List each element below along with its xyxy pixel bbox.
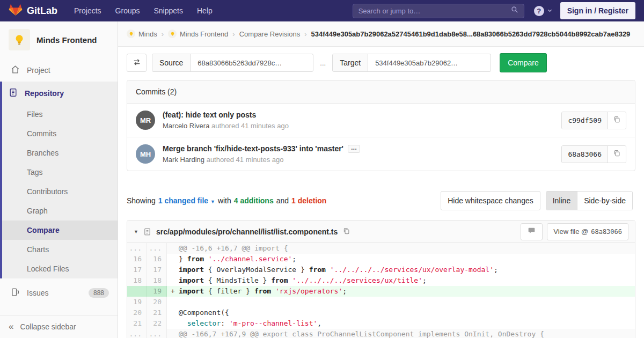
commit-sha-link[interactable]: 68a83066 [562,146,608,163]
copy-file-path-button[interactable] [342,227,350,237]
collapse-sidebar-button[interactable]: « Collapse sidebar [0,315,118,338]
inline-view-button[interactable]: Inline [546,192,577,210]
diff-file-path[interactable]: src/app/modules/pro/channel/list/list.co… [156,227,338,236]
code-token: , [317,319,321,327]
diff-line-code: +import { filter } from 'rxjs/operators'… [167,286,635,297]
diff-line-ctx: 2021@Component({ [127,307,635,318]
collapse-diff-icon[interactable]: ▼ [134,229,138,234]
code-token: '../channel.service' [208,255,292,263]
sidebar-item-issues[interactable]: Issues 888 [0,282,118,304]
gitlab-logo[interactable]: GitLab [9,3,57,18]
diff-line-code: @Component({ [167,307,635,318]
diff-line-hunk: ......@@ -166,7 +167,9 @@ export class P… [127,329,635,338]
old-line-number[interactable]: 20 [127,307,147,318]
sidebar-item-files[interactable]: Files [2,105,118,124]
diff-line-ctx: 1616} from '../channel.service'; [127,254,635,264]
lightbulb-icon [12,33,26,47]
sidebar-item-locked-files[interactable]: Locked Files [2,259,118,278]
breadcrumb-items: Minds›Minds Frontend›Compare Revisions› [127,30,306,38]
toggle-comments-button[interactable] [521,223,543,240]
commits-panel-title: Commits (2) [127,80,635,104]
help-menu[interactable]: ? [534,6,553,16]
commit-row: MR(feat): hide text only postsMarcelo Ri… [127,104,635,137]
code-token: '../../../../services/ux/overlay-modal' [330,266,494,274]
new-line-number[interactable]: 22 [147,318,167,329]
sidebar-item-charts[interactable]: Charts [2,240,118,259]
compare-page-content: Source 68a83066b5263dd7928c… ... Target … [118,47,644,338]
new-line-number[interactable]: ... [147,329,167,338]
nav-link-groups[interactable]: Groups [108,1,147,20]
old-line-number[interactable]: 16 [127,254,147,264]
code-token: @@ -16,6 +16,7 @@ import { [179,244,288,252]
chevron-down-icon: ▼ [210,199,215,204]
old-line-number[interactable]: ... [127,329,147,338]
commit-message-link[interactable]: (feat): hide text only posts [163,111,256,119]
sidebar-item-branches[interactable]: Branches [2,143,118,163]
commit-message-link[interactable]: Merge branch 'fix/hide-text-posts-933' i… [163,144,343,153]
new-line-number[interactable]: 16 [147,254,167,264]
view-file-sha: 68a83066 [591,228,622,236]
hide-whitespace-button[interactable]: Hide whitespace changes [441,191,540,210]
commit-author-link[interactable]: Marcelo Rivera [163,122,209,130]
sidebar-item-graph[interactable]: Graph [2,201,118,221]
document-icon [9,88,18,99]
diff-line-code: import { OverlayModalService } from '../… [167,264,635,275]
side-by-side-view-button[interactable]: Side-by-side [577,192,632,210]
global-search[interactable] [353,4,524,18]
commit-row: MHMerge branch 'fix/hide-text-posts-933'… [127,137,635,171]
nav-link-projects[interactable]: Projects [67,1,108,20]
code-token: ; [494,266,498,274]
commit-info: Merge branch 'fix/hide-text-posts-933' i… [163,144,360,164]
breadcrumb-label: Minds Frontend [180,30,228,38]
sign-in-register-button[interactable]: Sign in / Register [560,2,635,19]
old-line-number[interactable]: 21 [127,318,147,329]
new-line-number[interactable]: 18 [147,275,167,286]
sidebar-item-contributors[interactable]: Contributors [2,182,118,201]
old-line-number[interactable]: 19 [127,297,147,307]
commit-description-expander[interactable]: ... [348,145,360,153]
sidebar-item-commits[interactable]: Commits [2,124,118,143]
sidebar-item-project[interactable]: Project [0,59,118,82]
view-file-button[interactable]: View file @ 68a83066 [547,223,628,240]
code-token: } [179,255,187,263]
diff-line-add: 19+import { filter } from 'rxjs/operator… [127,286,635,297]
source-ref-group: Source 68a83066b5263dd7928c… [152,54,313,72]
breadcrumb-label: Compare Revisions [239,30,300,38]
commit-sha-link[interactable]: c99df509 [562,112,608,129]
gitlab-tanuki-icon [9,3,23,18]
compare-button[interactable]: Compare [500,53,547,72]
new-line-number[interactable]: 19 [147,286,167,297]
sidebar-item-tags[interactable]: Tags [2,163,118,182]
diff-line-ctx: 2122 selector: 'm-pro--channel-list', [127,318,635,329]
changed-files-dropdown[interactable]: 1 changed file ▼ [158,196,215,205]
copy-commit-sha-button[interactable] [608,112,626,129]
breadcrumb-item-minds-frontend[interactable]: Minds Frontend [168,30,228,38]
target-ref-input[interactable]: 534f449e305ab7b29062… [368,54,491,71]
nav-link-help[interactable]: Help [190,1,219,20]
new-line-number[interactable]: ... [147,243,167,254]
code-token: from [187,255,204,263]
copy-commit-sha-button[interactable] [608,146,626,163]
breadcrumb-item-minds[interactable]: Minds [127,30,157,38]
new-line-number[interactable]: 17 [147,264,167,275]
project-context-header[interactable]: Minds Frontend [0,21,118,59]
old-line-number[interactable]: 17 [127,264,147,275]
diff-summary-bar: Showing 1 changed file ▼ with 4 addition… [127,191,635,210]
breadcrumb-item-compare-revisions[interactable]: Compare Revisions [239,30,300,38]
sidebar-item-compare[interactable]: Compare [2,221,118,240]
old-line-number[interactable]: ... [127,243,147,254]
commit-meta-text: authored 41 minutes ago [207,156,284,164]
new-line-number[interactable]: 20 [147,297,167,307]
old-line-number[interactable] [127,286,147,297]
sidebar-item-repository[interactable]: Repository [2,82,118,105]
new-line-number[interactable]: 21 [147,307,167,318]
diff-line-code [167,297,635,307]
swap-revisions-button[interactable] [127,54,147,72]
nav-link-snippets[interactable]: Snippets [147,1,190,20]
source-ref-input[interactable]: 68a83066b5263dd7928c… [191,54,313,71]
search-input[interactable] [358,7,511,15]
code-token: import [179,266,204,274]
commit-author-link[interactable]: Mark Harding [163,156,204,164]
old-line-number[interactable]: 18 [127,275,147,286]
diff-view-actions: Hide whitespace changes Inline Side-by-s… [441,191,633,210]
